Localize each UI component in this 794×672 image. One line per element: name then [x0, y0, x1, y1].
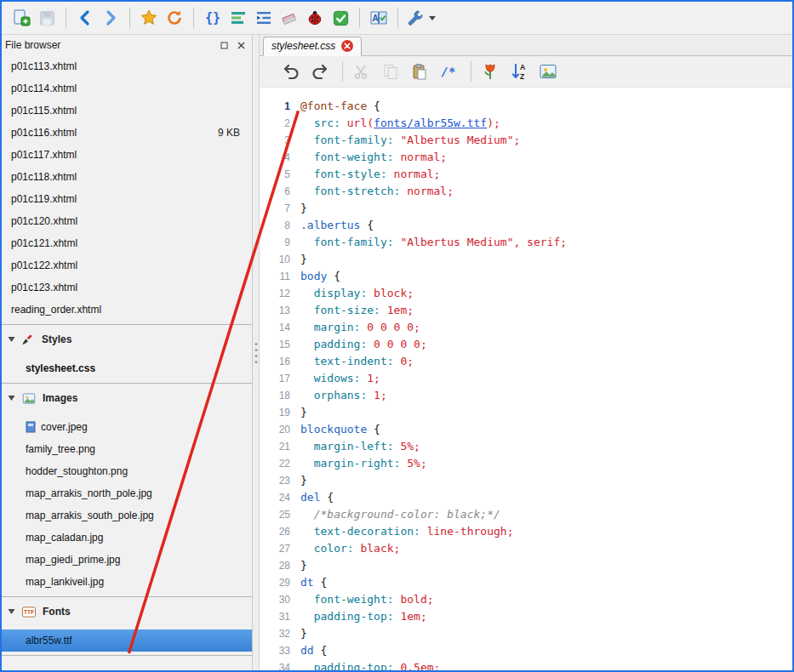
file-item[interactable]: reading_order.xhtml — [2, 299, 252, 321]
toolbar-separator — [129, 8, 130, 28]
file-item[interactable]: cover.jpeg — [2, 416, 252, 438]
file-item[interactable]: p01c121.xhtml — [2, 232, 252, 254]
validate-icon — [332, 9, 350, 27]
file-item[interactable]: family_tree.png — [2, 438, 252, 460]
code-line: 12 display: block; — [260, 285, 792, 302]
forward-button[interactable] — [98, 5, 123, 31]
file-item[interactable]: p01c123.xhtml — [2, 276, 252, 299]
file-item[interactable]: map_arrakis_north_pole.jpg — [2, 482, 252, 504]
file-item[interactable]: p01c113.xhtml — [2, 55, 252, 77]
braces-button[interactable]: {} — [200, 5, 226, 31]
sort-az-icon: AZ — [510, 62, 528, 81]
code-text: body { — [298, 268, 340, 285]
line-number: 33 — [260, 642, 298, 659]
code-line: 32} — [260, 625, 792, 642]
code-text: font-family: "Albertus Medium", serif; — [298, 234, 567, 251]
spellcheck-button[interactable]: A — [366, 5, 391, 31]
tab-close-icon[interactable] — [341, 40, 353, 52]
refresh-icon — [165, 9, 184, 27]
paste-button[interactable] — [407, 59, 432, 84]
file-item[interactable]: p01c120.xhtml — [2, 210, 252, 232]
save-button[interactable] — [34, 5, 60, 31]
validate-button[interactable] — [328, 5, 353, 31]
section-header-images[interactable]: Images — [2, 386, 252, 410]
file-item[interactable]: map_arrakis_south_pole.jpg — [2, 504, 252, 527]
reports-button[interactable] — [226, 5, 251, 31]
cut-button[interactable] — [349, 59, 374, 84]
section-header-fonts[interactable]: TTFFonts — [2, 600, 252, 624]
code-text: text-indent: 0; — [298, 353, 414, 370]
file-name: p01c117.xhtml — [11, 149, 77, 161]
file-item[interactable]: map_lankiveil.jpg — [2, 571, 252, 593]
line-number: 21 — [260, 438, 298, 455]
svg-text:Z: Z — [520, 72, 524, 81]
file-item[interactable]: albr55w.ttf — [2, 629, 252, 652]
toolbar-separator — [471, 61, 471, 82]
file-item[interactable]: map_caladan.jpg — [2, 527, 252, 549]
new-file-button[interactable] — [9, 5, 34, 31]
close-panel-button[interactable] — [235, 39, 247, 51]
file-name: albr55w.ttf — [26, 635, 72, 646]
file-item[interactable]: map_giedi_prime.jpg — [2, 549, 252, 571]
bars-icon — [229, 9, 248, 27]
section-label: Fonts — [43, 606, 71, 618]
line-number: 2 — [260, 115, 298, 132]
file-item[interactable]: stylesheet.css — [2, 357, 252, 379]
code-text: margin-left: 5%; — [298, 438, 420, 455]
file-item[interactable]: p01c115.xhtml — [2, 100, 252, 122]
file-name: p01c119.xhtml — [11, 193, 77, 205]
line-number: 31 — [260, 608, 298, 625]
file-item[interactable]: p01c118.xhtml — [2, 166, 252, 188]
code-line: 27 color: black; — [260, 540, 792, 557]
bookmark-button[interactable] — [136, 5, 162, 31]
line-number: 34 — [260, 659, 298, 670]
code-line: 1@font-face { — [260, 98, 792, 115]
toolbar-separator — [359, 8, 360, 28]
save-icon — [38, 9, 56, 27]
file-name: cover.jpeg — [41, 421, 88, 433]
file-item[interactable]: p01c119.xhtml — [2, 188, 252, 210]
tab-stylesheet-css[interactable]: stylesheet.css — [263, 37, 362, 56]
code-text: font-family: "Albertus Medium"; — [298, 132, 520, 149]
code-line: 14 margin: 0 0 0 0; — [260, 319, 792, 336]
comment-button[interactable]: /* — [436, 59, 461, 84]
code-line: 23} — [260, 472, 792, 489]
float-panel-button[interactable] — [218, 39, 230, 51]
code-line: 20blockquote { — [260, 421, 792, 438]
indent-button[interactable] — [251, 5, 277, 31]
file-name: p01c120.xhtml — [11, 215, 77, 227]
code-editor[interactable]: 1@font-face {2 src: url(fonts/albr55w.tt… — [260, 88, 792, 670]
file-item[interactable]: hodder_stoughton.png — [2, 460, 252, 482]
code-text: text-decoration: line-through; — [298, 523, 513, 540]
file-item[interactable]: p01c114.xhtml — [2, 77, 252, 100]
code-text: } — [298, 404, 307, 421]
image-icon — [539, 63, 557, 80]
clean-source-button[interactable] — [277, 5, 302, 31]
file-item[interactable]: p01c122.xhtml — [2, 254, 252, 276]
file-item[interactable]: p01c116.xhtml9 KB — [2, 122, 252, 144]
line-number: 24 — [260, 489, 298, 506]
triangle-icon — [8, 336, 15, 343]
reformat-css-button[interactable] — [477, 59, 503, 84]
sort-az-button[interactable]: AZ — [506, 59, 532, 84]
file-name: p01c123.xhtml — [11, 282, 77, 293]
section-header-styles[interactable]: Styles — [2, 327, 252, 351]
insert-image-button[interactable] — [535, 59, 561, 84]
redo-button[interactable] — [307, 59, 333, 84]
file-item[interactable]: p01c117.xhtml — [2, 144, 252, 166]
code-line: 31 padding-top: 1em; — [260, 608, 792, 625]
copy-button[interactable] — [378, 59, 403, 84]
code-line: 25 /*background-color: black;*/ — [260, 506, 792, 523]
well-formed-check-button[interactable] — [302, 5, 328, 31]
code-text: del { — [298, 489, 334, 506]
panel-splitter[interactable] — [253, 35, 260, 670]
code-text: font-style: normal; — [298, 166, 440, 183]
line-number: 26 — [260, 523, 298, 540]
forward-icon — [102, 9, 119, 26]
bug-icon — [306, 9, 324, 27]
back-button[interactable] — [72, 5, 98, 31]
dropdown-arrow-icon — [429, 16, 436, 20]
undo-button[interactable] — [278, 59, 304, 84]
refresh-button[interactable] — [162, 5, 187, 31]
tools-button[interactable] — [404, 5, 437, 31]
